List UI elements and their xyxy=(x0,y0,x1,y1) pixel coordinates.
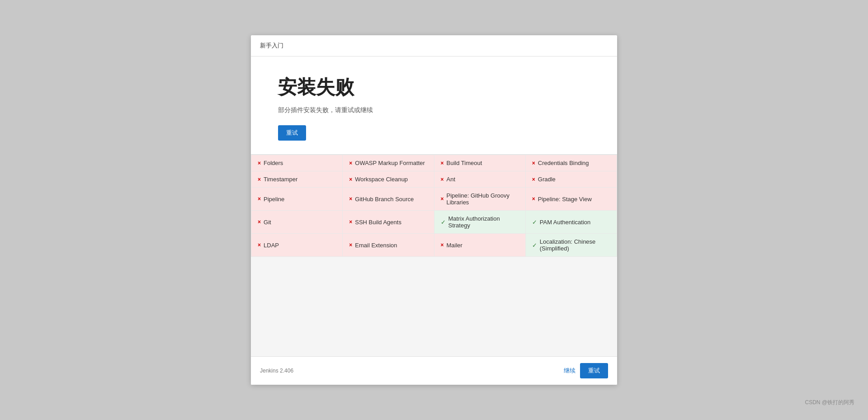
x-icon: × xyxy=(258,160,261,166)
x-icon: × xyxy=(349,176,352,183)
x-icon: × xyxy=(532,176,535,183)
footer: Jenkins 2.406 继续 重试 xyxy=(251,356,617,385)
plugin-name: OWASP Markup Formatter xyxy=(355,160,425,166)
plugin-cell: ✓Matrix Authorization Strategy xyxy=(434,211,526,234)
plugin-cell: ×Timestamper xyxy=(251,171,343,188)
plugin-cell: ×Pipeline: Stage View xyxy=(526,188,617,211)
x-icon: × xyxy=(441,160,444,166)
plugin-name: Ant xyxy=(447,176,456,183)
plugin-grid: ×Folders×OWASP Markup Formatter×Build Ti… xyxy=(251,155,617,257)
x-icon: × xyxy=(441,196,444,202)
x-icon: × xyxy=(349,160,352,166)
plugin-cell: ×Ant xyxy=(434,171,526,188)
plugin-cell: ×Build Timeout xyxy=(434,155,526,171)
check-icon: ✓ xyxy=(532,219,537,226)
continue-button[interactable]: 继续 xyxy=(564,367,576,375)
x-icon: × xyxy=(349,242,352,248)
plugin-cell: ✓Localization: Chinese (Simplified) xyxy=(526,234,617,257)
plugin-name: Mailer xyxy=(447,242,462,249)
plugin-name: Matrix Authorization Strategy xyxy=(448,215,519,229)
retry-button-top[interactable]: 重试 xyxy=(278,125,306,141)
plugin-name: Folders xyxy=(264,160,283,166)
plugin-cell: ×SSH Build Agents xyxy=(343,211,434,234)
x-icon: × xyxy=(258,242,261,248)
plugin-cell: ×Mailer xyxy=(434,234,526,257)
footer-retry-button[interactable]: 重试 xyxy=(580,363,608,378)
plugin-name: GitHub Branch Source xyxy=(355,196,414,203)
watermark: CSDN @铁打的阿秀 xyxy=(805,399,854,406)
x-icon: × xyxy=(441,176,444,183)
main-content-area: 安装失败 部分插件安装失败，请重试或继续 重试 xyxy=(251,57,617,154)
check-icon: ✓ xyxy=(441,219,446,226)
plugin-name: Git xyxy=(264,219,271,226)
plugin-name: Pipeline xyxy=(264,196,284,203)
check-icon: ✓ xyxy=(532,242,537,249)
x-icon: × xyxy=(349,219,352,225)
plugin-name: Localization: Chinese (Simplified) xyxy=(540,238,610,252)
x-icon: × xyxy=(441,242,444,248)
plugin-name: Email Extension xyxy=(355,242,397,249)
x-icon: × xyxy=(532,160,535,166)
plugin-name: Pipeline: Stage View xyxy=(538,196,592,203)
page-title: 安装失败 xyxy=(278,75,590,100)
page-subtitle: 部分插件安装失败，请重试或继续 xyxy=(278,106,590,114)
plugin-cell: ×Workspace Cleanup xyxy=(343,171,434,188)
plugin-cell: ×Pipeline: GitHub Groovy Libraries xyxy=(434,188,526,211)
plugin-cell: ×OWASP Markup Formatter xyxy=(343,155,434,171)
plugin-cell: ✓PAM Authentication xyxy=(526,211,617,234)
main-window: 新手入门 安装失败 部分插件安装失败，请重试或继续 重试 ×Folders×OW… xyxy=(251,35,617,385)
plugin-name: Build Timeout xyxy=(447,160,482,166)
plugin-cell: ×GitHub Branch Source xyxy=(343,188,434,211)
x-icon: × xyxy=(349,196,352,202)
x-icon: × xyxy=(258,196,261,202)
plugin-cell: ×Credentials Binding xyxy=(526,155,617,171)
plugin-name: LDAP xyxy=(264,242,279,249)
x-icon: × xyxy=(258,176,261,183)
plugin-name: Workspace Cleanup xyxy=(355,176,408,183)
spacer-area xyxy=(251,257,617,356)
plugin-cell: ×Gradle xyxy=(526,171,617,188)
plugin-cell: ×Git xyxy=(251,211,343,234)
plugin-name: Timestamper xyxy=(264,176,297,183)
plugin-name: Pipeline: GitHub Groovy Libraries xyxy=(447,192,519,206)
plugin-cell: ×Pipeline xyxy=(251,188,343,211)
plugin-cell: ×Folders xyxy=(251,155,343,171)
plugin-name: Credentials Binding xyxy=(538,160,589,166)
plugin-name: SSH Build Agents xyxy=(355,219,401,226)
breadcrumb: 新手入门 xyxy=(251,35,617,57)
plugin-cell: ×LDAP xyxy=(251,234,343,257)
plugin-name: PAM Authentication xyxy=(540,219,591,226)
breadcrumb-text: 新手入门 xyxy=(260,42,283,49)
x-icon: × xyxy=(532,196,535,202)
x-icon: × xyxy=(258,219,261,225)
plugin-name: Gradle xyxy=(538,176,556,183)
footer-actions: 继续 重试 xyxy=(564,363,608,378)
footer-version: Jenkins 2.406 xyxy=(260,368,293,374)
plugin-cell: ×Email Extension xyxy=(343,234,434,257)
